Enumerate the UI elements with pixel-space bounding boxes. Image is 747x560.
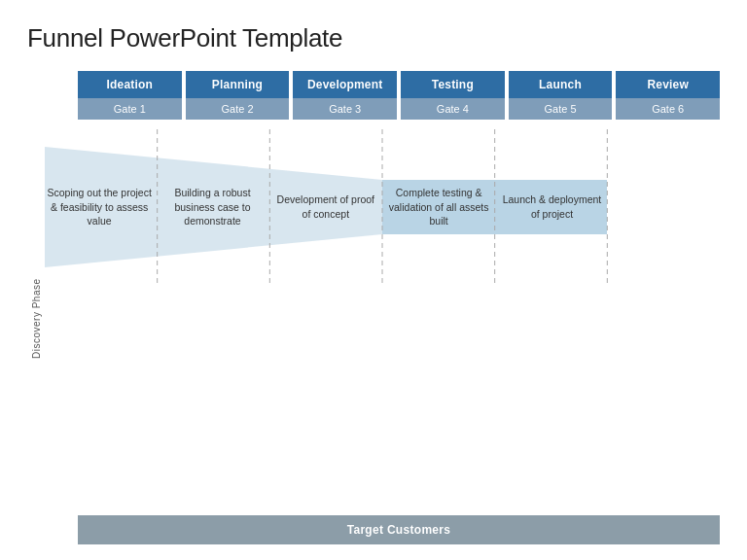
- stage-col-4: LaunchGate 5: [509, 71, 613, 120]
- stage-name-4: Launch: [509, 71, 613, 98]
- stage-gate-5: Gate 6: [616, 98, 720, 120]
- content-columns: Scoping out the project & feasibility to…: [45, 129, 720, 285]
- stage-name-3: Testing: [401, 71, 505, 98]
- stage-col-0: IdeationGate 1: [78, 71, 182, 120]
- stage-col-5: ReviewGate 6: [616, 71, 720, 120]
- funnel-visual: Scoping out the project & feasibility to…: [45, 129, 720, 285]
- content-col-5: [611, 129, 720, 285]
- content-col-1: Building a robust business case to demon…: [158, 129, 267, 285]
- stage-headers: IdeationGate 1PlanningGate 2DevelopmentG…: [78, 71, 720, 120]
- bottom-bar: Target Customers: [78, 515, 720, 544]
- stage-col-1: PlanningGate 2: [186, 71, 290, 120]
- stage-col-3: TestingGate 4: [401, 71, 505, 120]
- page-title: Funnel PowerPoint Template: [27, 23, 720, 53]
- stage-name-5: Review: [616, 71, 720, 98]
- stage-gate-0: Gate 1: [78, 98, 182, 120]
- stage-gate-1: Gate 2: [186, 98, 290, 120]
- stage-col-2: DevelopmentGate 3: [293, 71, 397, 120]
- page: Funnel PowerPoint Template IdeationGate …: [0, 0, 747, 560]
- content-col-2: Development of proof of concept: [271, 129, 380, 285]
- content-col-0: Scoping out the project & feasibility to…: [45, 129, 154, 285]
- stage-gate-3: Gate 4: [401, 98, 505, 120]
- content-col-3: Complete testing & validation of all ass…: [384, 129, 493, 285]
- content-col-4: Launch & deployment of project: [497, 129, 606, 285]
- stage-name-0: Ideation: [78, 71, 182, 98]
- stage-name-1: Planning: [186, 71, 290, 98]
- funnel-area: Discovery Phase Scoping out the project …: [27, 129, 720, 508]
- stage-gate-4: Gate 5: [509, 98, 613, 120]
- stage-name-2: Development: [293, 71, 397, 98]
- stage-gate-2: Gate 3: [293, 98, 397, 120]
- discovery-label: Discovery Phase: [27, 129, 45, 508]
